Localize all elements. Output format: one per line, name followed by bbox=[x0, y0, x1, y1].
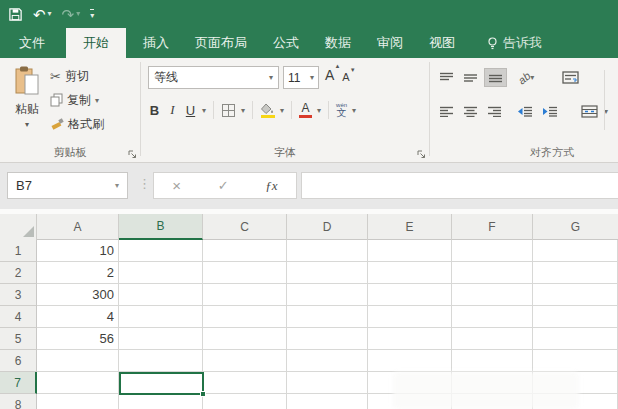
tab-view[interactable]: 视图 bbox=[416, 28, 468, 58]
grid-cell[interactable] bbox=[203, 306, 287, 328]
tab-page-layout[interactable]: 页面布局 bbox=[182, 28, 260, 58]
fill-color-dropdown-icon[interactable]: ▾ bbox=[280, 106, 284, 115]
clipboard-dialog-launcher-icon[interactable] bbox=[128, 150, 137, 159]
grid-cell[interactable] bbox=[119, 306, 203, 328]
grid-cell[interactable] bbox=[533, 328, 618, 350]
grid-cell[interactable] bbox=[533, 350, 618, 372]
grid-cell[interactable] bbox=[119, 262, 203, 284]
underline-button[interactable]: U bbox=[184, 103, 197, 118]
bold-button[interactable]: B bbox=[148, 103, 161, 118]
customize-quick-access-icon[interactable]: ▾ bbox=[90, 9, 94, 20]
italic-button[interactable]: I bbox=[166, 102, 179, 118]
tab-file[interactable]: 文件 bbox=[6, 28, 58, 58]
row-header-5[interactable]: 5 bbox=[0, 328, 37, 350]
row-header-4[interactable]: 4 bbox=[0, 306, 37, 328]
tab-home[interactable]: 开始 bbox=[66, 28, 126, 58]
grid-cell[interactable] bbox=[287, 240, 368, 262]
cancel-button[interactable]: × bbox=[172, 177, 181, 194]
increase-indent-button[interactable] bbox=[539, 103, 561, 120]
select-all-button[interactable] bbox=[0, 214, 37, 240]
align-bottom-button[interactable] bbox=[484, 68, 507, 87]
align-right-button[interactable] bbox=[484, 103, 505, 120]
grid-cell[interactable] bbox=[37, 394, 119, 409]
cell-a2[interactable]: 2 bbox=[37, 262, 119, 284]
row-header-8[interactable]: 8 bbox=[0, 394, 37, 409]
column-header-c[interactable]: C bbox=[203, 214, 287, 240]
grid-cell[interactable] bbox=[287, 328, 368, 350]
tab-formulas[interactable]: 公式 bbox=[260, 28, 312, 58]
grid-cell[interactable] bbox=[37, 372, 119, 394]
column-header-a[interactable]: A bbox=[37, 214, 119, 240]
shrink-font-button[interactable]: A ▼ bbox=[342, 71, 349, 83]
wrap-text-button[interactable] bbox=[559, 68, 582, 87]
undo-button[interactable]: ↶ ▾ bbox=[33, 7, 52, 22]
grid-cell[interactable] bbox=[368, 240, 452, 262]
grid-cell[interactable] bbox=[119, 240, 203, 262]
font-name-dropdown-icon[interactable]: ▾ bbox=[269, 73, 273, 82]
column-header-e[interactable]: E bbox=[368, 214, 452, 240]
save-icon[interactable] bbox=[8, 7, 23, 22]
grid-cell[interactable] bbox=[203, 372, 287, 394]
name-box-dropdown-icon[interactable]: ▾ bbox=[115, 181, 119, 190]
column-header-f[interactable]: F bbox=[452, 214, 533, 240]
grid-cell[interactable] bbox=[203, 350, 287, 372]
grid-cell[interactable] bbox=[368, 328, 452, 350]
format-painter-button[interactable]: 格式刷 bbox=[50, 115, 104, 133]
cell-a3[interactable]: 300 bbox=[37, 284, 119, 306]
grid-cell[interactable] bbox=[452, 350, 533, 372]
column-header-d[interactable]: D bbox=[287, 214, 368, 240]
enter-button[interactable]: ✓ bbox=[218, 178, 229, 193]
grid-cell[interactable] bbox=[119, 394, 203, 409]
grow-font-button[interactable]: A ▲ bbox=[325, 67, 334, 83]
grid-cell[interactable] bbox=[533, 262, 618, 284]
copy-button[interactable]: 复制 ▾ bbox=[50, 91, 104, 109]
paste-button[interactable]: 粘贴 ▾ bbox=[8, 65, 46, 151]
tab-data[interactable]: 数据 bbox=[312, 28, 364, 58]
grid-cell[interactable] bbox=[368, 284, 452, 306]
align-top-button[interactable] bbox=[436, 69, 457, 86]
grid-cell[interactable] bbox=[203, 284, 287, 306]
grid-cell[interactable] bbox=[452, 328, 533, 350]
merge-center-button[interactable] bbox=[578, 102, 601, 121]
cut-button[interactable]: ✂ 剪切 bbox=[50, 67, 104, 85]
grid-cell[interactable] bbox=[287, 372, 368, 394]
font-color-dropdown-icon[interactable]: ▾ bbox=[317, 106, 321, 115]
fill-handle[interactable] bbox=[200, 391, 206, 397]
tab-review[interactable]: 审阅 bbox=[364, 28, 416, 58]
column-header-b[interactable]: B bbox=[119, 214, 203, 240]
tab-tell-me[interactable]: 告诉我 bbox=[474, 28, 555, 58]
row-header-3[interactable]: 3 bbox=[0, 284, 37, 306]
grid-cell[interactable] bbox=[452, 284, 533, 306]
row-header-2[interactable]: 2 bbox=[0, 262, 37, 284]
grid-cell[interactable] bbox=[37, 350, 119, 372]
grid-cell[interactable] bbox=[287, 306, 368, 328]
grid-cell[interactable] bbox=[119, 284, 203, 306]
font-dialog-launcher-icon[interactable] bbox=[417, 150, 426, 159]
phonetic-dropdown-icon[interactable]: ▾ bbox=[352, 106, 356, 115]
copy-dropdown-icon[interactable]: ▾ bbox=[95, 96, 99, 105]
cell-a1[interactable]: 10 bbox=[37, 240, 119, 262]
paste-dropdown-icon[interactable]: ▾ bbox=[25, 120, 29, 129]
grid-cell[interactable] bbox=[287, 394, 368, 409]
font-size-dropdown-icon[interactable]: ▾ bbox=[310, 73, 314, 82]
cell-a4[interactable]: 4 bbox=[37, 306, 119, 328]
grid-cell[interactable] bbox=[203, 394, 287, 409]
row-header-6[interactable]: 6 bbox=[0, 350, 37, 372]
orientation-button[interactable]: ab ▾ bbox=[518, 72, 534, 84]
align-middle-button[interactable] bbox=[460, 69, 481, 86]
name-box[interactable]: B7 ▾ bbox=[7, 172, 128, 199]
grid-cell[interactable] bbox=[287, 284, 368, 306]
grid-cell[interactable] bbox=[287, 262, 368, 284]
grid-cell[interactable] bbox=[533, 240, 618, 262]
selection-border[interactable] bbox=[119, 372, 204, 395]
grid-cell[interactable] bbox=[533, 306, 618, 328]
grid-cell[interactable] bbox=[368, 262, 452, 284]
underline-dropdown-icon[interactable]: ▾ bbox=[202, 106, 206, 115]
grid-cell[interactable] bbox=[533, 284, 618, 306]
font-color-button[interactable]: A bbox=[299, 102, 312, 118]
align-left-button[interactable] bbox=[436, 103, 457, 120]
font-size-select[interactable]: 11 ▾ bbox=[283, 66, 319, 89]
borders-dropdown-icon[interactable]: ▾ bbox=[241, 106, 245, 115]
grid-cell[interactable] bbox=[203, 262, 287, 284]
borders-button[interactable] bbox=[221, 103, 236, 118]
